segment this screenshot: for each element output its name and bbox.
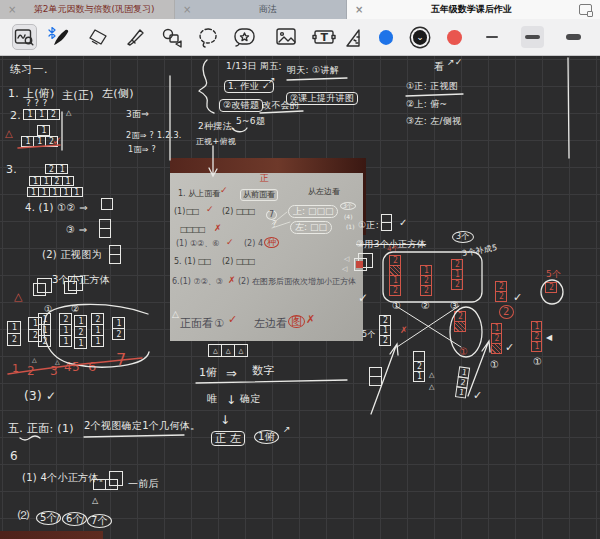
photo-text: 种 bbox=[264, 237, 279, 248]
red-color-swatch[interactable] bbox=[447, 30, 461, 45]
photo-text: (1) ①②、⑥ bbox=[176, 240, 219, 248]
worksheet-photo[interactable]: 1. 从上面看✓正从前面看从左边看(1)□□✓(2)□□□7□□□□✗上: □□… bbox=[170, 158, 366, 341]
tab-unit2-factors[interactable]: × 第2单元因数与倍数(巩固复习) bbox=[0, 0, 175, 19]
photo-text: ① bbox=[214, 318, 224, 329]
photo-text: (1) bbox=[346, 224, 355, 230]
tab-shangfa[interactable]: × 商法 bbox=[175, 0, 347, 19]
ruler-tool[interactable] bbox=[345, 24, 361, 50]
tab-label: 五年级数学课后作业 bbox=[369, 3, 573, 16]
photo-text: ? bbox=[272, 220, 277, 229]
photo-text: 6.(1) ⑦②、③ bbox=[172, 278, 223, 286]
photo-text: □□□ bbox=[236, 208, 254, 216]
stroke-medium-selected[interactable] bbox=[521, 26, 544, 48]
bluetooth-icon bbox=[48, 24, 57, 43]
lasso-tool[interactable] bbox=[196, 24, 221, 50]
photo-text: □□ bbox=[186, 208, 198, 216]
photo-text: 正 bbox=[260, 174, 269, 183]
close-icon[interactable]: × bbox=[355, 4, 363, 15]
black-color-swatch-selected[interactable]: ⌄ bbox=[413, 30, 427, 45]
close-icon[interactable]: × bbox=[8, 4, 16, 15]
photo-text: (2) bbox=[222, 258, 233, 266]
photo-text: ✗ bbox=[306, 314, 315, 325]
sticker-tool[interactable] bbox=[233, 24, 258, 50]
highlighter-tool[interactable] bbox=[122, 24, 147, 50]
photo-text: □□□ bbox=[236, 258, 254, 266]
tab-bar: × 第2单元因数与倍数(巩固复习) × 商法 × 五年级数学课后作业 bbox=[0, 0, 600, 19]
desk-photo-edge bbox=[0, 531, 103, 539]
photo-text: ✗ bbox=[228, 276, 236, 285]
capture-tool[interactable] bbox=[12, 24, 37, 50]
tab-label: 第2单元因数与倍数(巩固复习) bbox=[22, 3, 166, 16]
chevron-down-icon: ⌄ bbox=[416, 32, 424, 42]
new-window-icon[interactable] bbox=[579, 4, 592, 15]
photo-text: 左边看 bbox=[254, 318, 287, 329]
photo-text: ✓ bbox=[220, 186, 228, 195]
tab-label: 商法 bbox=[197, 3, 338, 16]
photo-text: ✗ bbox=[214, 224, 222, 233]
photo-text: (2) 4 bbox=[244, 240, 263, 248]
text-tool-label: T bbox=[321, 31, 329, 44]
photo-text: ✓ bbox=[226, 238, 234, 247]
image-tool[interactable] bbox=[273, 24, 298, 50]
photo-text: ✓ bbox=[228, 314, 237, 325]
photo-text: □□□□ bbox=[180, 226, 204, 234]
photo-text: 从左边看 bbox=[308, 188, 340, 196]
photo-text: (4) bbox=[344, 214, 353, 220]
photo-text: (1) bbox=[174, 208, 185, 216]
stroke-thick[interactable] bbox=[562, 26, 585, 48]
drawing-toolbar: T ⌄ bbox=[0, 19, 600, 56]
photo-text: (2) bbox=[222, 208, 233, 216]
photo-text: 从前面看 bbox=[240, 189, 278, 201]
photo-items: 1. 从上面看✓正从前面看从左边看(1)□□✓(2)□□□7□□□□✗上: □□… bbox=[170, 158, 366, 341]
photo-text: ✓ bbox=[206, 205, 214, 214]
shapes-tool[interactable] bbox=[159, 24, 184, 50]
photo-text: (2) 在图形后面依次增加小正方体 bbox=[238, 278, 356, 286]
photo-text: 1. 从上面看 bbox=[178, 190, 220, 198]
blue-color-swatch[interactable] bbox=[379, 30, 393, 45]
photo-text: 3个 bbox=[340, 202, 356, 210]
photo-text: 正面看 bbox=[180, 318, 213, 329]
photo-text: 左: □□ bbox=[290, 221, 332, 234]
photo-text: △ bbox=[172, 310, 179, 319]
photo-text: 上: □□□ bbox=[288, 205, 338, 218]
stroke-thin[interactable] bbox=[481, 26, 504, 48]
close-icon[interactable]: × bbox=[183, 4, 191, 15]
photo-text: □□ bbox=[198, 258, 210, 266]
text-tool[interactable]: T bbox=[312, 24, 337, 50]
photo-text: 图 bbox=[288, 315, 305, 328]
pen-tool[interactable] bbox=[49, 24, 74, 50]
photo-text: 5. (1) bbox=[174, 258, 196, 266]
eraser-tool[interactable] bbox=[86, 24, 111, 50]
tab-grade5-homework-active[interactable]: × 五年级数学课后作业 bbox=[347, 0, 600, 19]
